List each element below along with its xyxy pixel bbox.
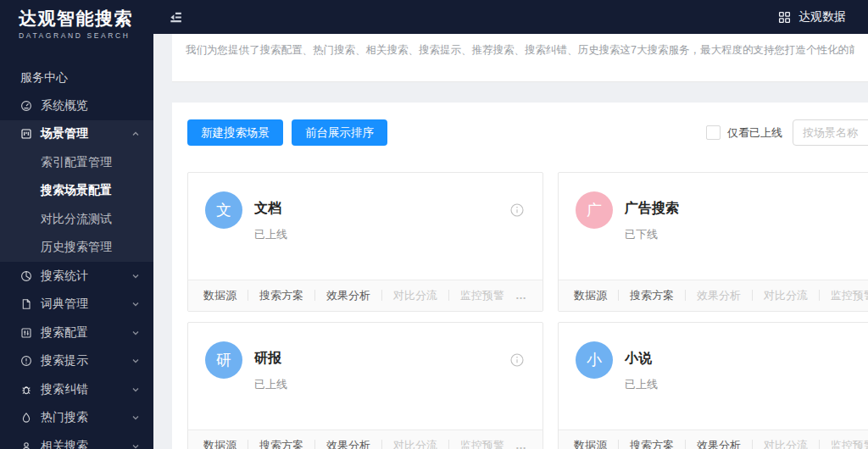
sidebar-item-label: 词典管理 (41, 297, 88, 312)
more-actions[interactable]: … (515, 439, 527, 449)
scene-panel: 新建搜索场景 前台展示排序 仅看已上线 文 文档 已上线 (172, 103, 868, 449)
logo-title: 达观智能搜索 (19, 8, 153, 30)
action-search-plan[interactable]: 搜索方案 (259, 438, 303, 449)
sidebar-item-label: 热门搜索 (41, 410, 88, 425)
main-content: 我们为您提供了搜索配置、热门搜索、相关搜索、搜索提示、推荐搜索、搜索纠错、历史搜… (153, 34, 868, 449)
sidebar-item-search-config[interactable]: 搜索配置 (0, 319, 153, 347)
action-effect-analysis[interactable]: 效果分析 (697, 288, 741, 303)
action-data-source[interactable]: 数据源 (203, 438, 236, 449)
sidebar-item-system-overview[interactable]: 系统概览 (0, 91, 153, 120)
divider (381, 440, 382, 449)
sidebar-subitem-index-config[interactable]: 索引配置管理 (0, 148, 153, 177)
action-data-source[interactable]: 数据源 (574, 288, 607, 303)
divider (314, 440, 315, 449)
divider (248, 440, 248, 449)
divider (448, 290, 449, 301)
sidebar-item-label: 系统概览 (41, 98, 88, 114)
card-head: 广告搜索 已下线 (625, 191, 679, 280)
card-body: 广 广告搜索 已下线 (559, 173, 868, 280)
action-data-source[interactable]: 数据源 (203, 288, 236, 303)
online-only-checkbox[interactable] (706, 125, 721, 140)
sidebar-subitem-history-search[interactable]: 历史搜索管理 (0, 234, 153, 263)
status-badge: 已上线 (625, 377, 658, 392)
action-ab-split[interactable]: 对比分流 (393, 438, 437, 449)
chevron-up-icon (131, 130, 140, 138)
action-monitor-alert[interactable]: 监控预警 (460, 438, 504, 449)
card-title: 文档 (254, 198, 287, 219)
online-only-label[interactable]: 仅看已上线 (727, 125, 782, 141)
top-bar: 达观数据 (153, 0, 868, 34)
action-effect-analysis[interactable]: 效果分析 (697, 438, 741, 449)
sidebar-subitem-ab-test[interactable]: 对比分流测试 (0, 205, 153, 234)
scene-management-icon (20, 128, 32, 140)
app-window: 达观数据 达观智能搜索 DATAGRAND SEARCH 服务中心 系统概览 (0, 0, 868, 449)
org-switcher[interactable]: 达观数据 (778, 9, 846, 25)
card-head: 小说 已上线 (625, 341, 658, 430)
dashboard-icon (20, 100, 32, 112)
info-icon[interactable] (510, 353, 524, 367)
card-title: 小说 (625, 348, 658, 369)
chevron-down-icon (131, 357, 140, 365)
chevron-down-icon (131, 300, 140, 308)
more-actions[interactable]: … (515, 289, 527, 302)
front-sort-button[interactable]: 前台展示排序 (292, 119, 387, 146)
chevron-down-icon (131, 272, 140, 280)
sidebar-item-label: 搜索纠错 (41, 382, 88, 397)
scene-card-grid: 文 文档 已上线 数据源 搜索方案 (187, 172, 868, 449)
intro-banner: 我们为您提供了搜索配置、热门搜索、相关搜索、搜索提示、推荐搜索、搜索纠错、历史搜… (172, 34, 868, 82)
bug-icon (20, 384, 32, 396)
card-body: 小 小说 已上线 (559, 323, 868, 430)
action-search-plan[interactable]: 搜索方案 (630, 288, 674, 303)
sidebar-item-hot-search[interactable]: 热门搜索 (0, 404, 153, 433)
action-data-source[interactable]: 数据源 (574, 438, 607, 449)
sidebar-item-label: 搜索统计 (41, 269, 88, 284)
chevron-down-icon (131, 329, 140, 337)
toolbar-right: 仅看已上线 (706, 119, 868, 146)
action-effect-analysis[interactable]: 效果分析 (326, 288, 370, 303)
action-search-plan[interactable]: 搜索方案 (630, 438, 674, 449)
action-monitor-alert[interactable]: 监控预警 (460, 288, 504, 303)
sidebar-item-label: 搜索提示 (41, 353, 88, 369)
action-ab-split[interactable]: 对比分流 (764, 438, 808, 449)
settings-sliders-icon (20, 327, 32, 339)
sidebar-item-search-stats[interactable]: 搜索统计 (0, 262, 153, 291)
divider (618, 290, 619, 301)
new-scene-button[interactable]: 新建搜索场景 (187, 119, 283, 146)
fire-drop-icon (20, 412, 32, 424)
chevron-down-icon (131, 442, 140, 449)
avatar: 研 (205, 341, 242, 379)
chevron-down-icon (131, 413, 140, 422)
action-ab-split[interactable]: 对比分流 (393, 288, 437, 303)
divider (819, 290, 820, 301)
info-icon[interactable] (510, 203, 524, 217)
divider (248, 290, 248, 301)
action-ab-split[interactable]: 对比分流 (764, 288, 808, 303)
sidebar-item-scene-management[interactable]: 场景管理 (0, 120, 153, 149)
action-search-plan[interactable]: 搜索方案 (259, 288, 303, 303)
card-footer: 数据源 搜索方案 效果分析 对比分流 监控预警 … (559, 280, 868, 311)
divider (819, 440, 820, 449)
action-monitor-alert[interactable]: 监控预警 (831, 438, 868, 449)
divider (685, 440, 686, 449)
sidebar-menu: 系统概览 场景管理 索引配置管理 (0, 91, 153, 449)
sidebar-group-title: 服务中心 (0, 69, 153, 86)
sidebar: 达观智能搜索 DATAGRAND SEARCH 服务中心 系统概览 (0, 0, 153, 449)
sidebar-group-scene-management: 场景管理 索引配置管理 搜索场景配置 对比分流测试 历史搜索管理 (0, 120, 153, 263)
toolbar: 新建搜索场景 前台展示排序 仅看已上线 (187, 119, 868, 146)
pie-chart-icon (20, 270, 32, 282)
scene-search-input[interactable] (793, 119, 868, 146)
related-search-icon (20, 441, 32, 449)
divider (448, 440, 449, 449)
action-effect-analysis[interactable]: 效果分析 (326, 438, 370, 449)
logo-subtitle: DATAGRAND SEARCH (19, 31, 153, 40)
sidebar-item-search-correction[interactable]: 搜索纠错 (0, 375, 153, 404)
sidebar-item-dictionary[interactable]: 词典管理 (0, 291, 153, 319)
divider (685, 290, 686, 301)
menu-fold-icon[interactable] (168, 9, 184, 25)
card-head: 文档 已上线 (254, 191, 287, 280)
card-title: 广告搜索 (625, 198, 679, 219)
action-monitor-alert[interactable]: 监控预警 (831, 288, 868, 303)
sidebar-item-search-hint[interactable]: 搜索提示 (0, 347, 153, 376)
sidebar-item-related-search[interactable]: 相关搜索 (0, 432, 153, 449)
sidebar-subitem-scene-config-active[interactable]: 搜索场景配置 (0, 177, 153, 206)
